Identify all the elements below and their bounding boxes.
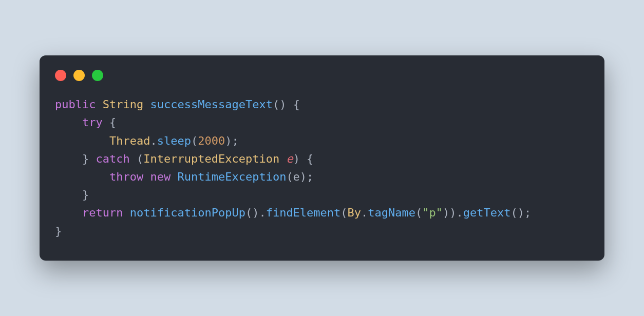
- code-window: public String successMessageText() { try…: [40, 55, 604, 261]
- string-literal: "p": [422, 206, 443, 219]
- traffic-lights: [55, 70, 589, 81]
- class-runtime-exception: RuntimeException: [177, 170, 286, 183]
- space: [171, 170, 177, 183]
- number-literal: 2000: [198, 134, 225, 147]
- method-name: successMessageText: [150, 98, 272, 111]
- space: [279, 152, 286, 165]
- punct: {: [103, 116, 117, 129]
- punct: )).: [443, 206, 463, 219]
- param-e: e: [286, 152, 293, 165]
- class-thread: Thread: [109, 134, 150, 147]
- class-by: By: [348, 206, 362, 219]
- punct: }: [82, 188, 89, 201]
- method-notification-popup: notificationPopUp: [130, 206, 245, 219]
- code-block: public String successMessageText() { try…: [55, 95, 589, 240]
- keyword-catch: catch: [96, 152, 129, 165]
- close-icon[interactable]: [55, 70, 66, 81]
- punct: }: [82, 152, 96, 165]
- punct: (: [415, 206, 422, 219]
- punct: );: [225, 134, 239, 147]
- keyword-public: public: [55, 98, 96, 111]
- punct: .: [150, 134, 157, 147]
- minimize-icon[interactable]: [73, 70, 85, 81]
- class-interrupted-exception: InterruptedException: [143, 152, 279, 165]
- keyword-new: new: [150, 170, 171, 183]
- punct: }: [55, 225, 62, 238]
- keyword-return: return: [82, 206, 123, 219]
- punct: ) {: [293, 152, 314, 165]
- method-gettext: getText: [463, 206, 511, 219]
- punct: (: [191, 134, 198, 147]
- method-sleep: sleep: [157, 134, 191, 147]
- punct: (: [130, 152, 144, 165]
- method-tagname: tagName: [368, 206, 415, 219]
- zoom-icon[interactable]: [92, 70, 103, 81]
- punct: (e);: [286, 170, 313, 183]
- type-string: String: [103, 98, 143, 111]
- keyword-throw: throw: [109, 170, 143, 183]
- punct: () {: [273, 98, 300, 111]
- punct: .: [361, 206, 368, 219]
- method-find-element: findElement: [266, 206, 341, 219]
- punct: ();: [511, 206, 532, 219]
- space: [123, 206, 129, 219]
- keyword-try: try: [82, 116, 103, 129]
- space: [143, 170, 150, 183]
- punct: ().: [245, 206, 266, 219]
- punct: (: [340, 206, 347, 219]
